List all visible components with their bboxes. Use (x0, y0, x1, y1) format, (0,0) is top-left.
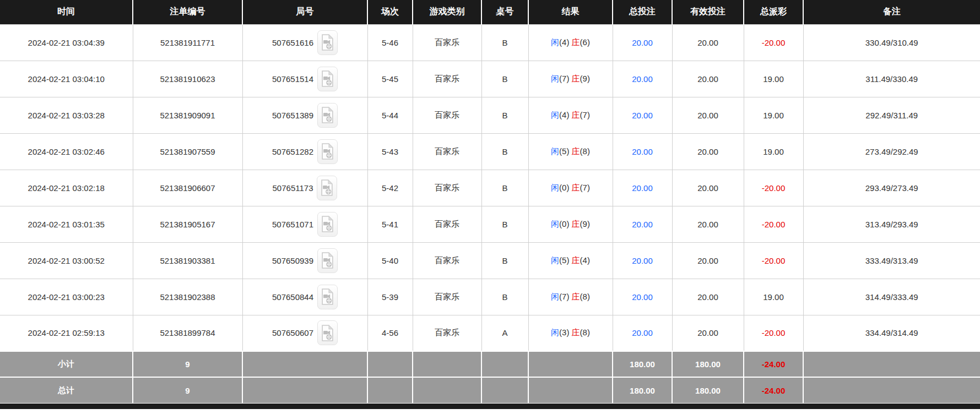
payout-cell: 19.00 (744, 61, 803, 97)
payout-cell: -20.00 (744, 170, 803, 206)
table-footer: 小计 9 180.00 180.00 -24.00 总计 9 180.00 18… (0, 351, 980, 403)
table-row: 2024-02-21 03:04:39 521381911771 5076516… (0, 24, 980, 61)
total-bet-cell: 20.00 (613, 315, 672, 351)
banker-result-label: 庄 (572, 219, 580, 228)
time-cell: 2024-02-21 03:04:10 (0, 61, 133, 97)
player-result-label: 闲 (551, 255, 559, 265)
player-result-label: 闲 (551, 219, 559, 228)
player-result-label: 闲 (551, 183, 559, 192)
table-row: 2024-02-21 03:03:28 521381909091 5076513… (0, 97, 980, 133)
total-bet-cell: 20.00 (613, 279, 672, 315)
video-file-icon (321, 34, 334, 51)
remark-cell: 333.49/313.49 (803, 242, 980, 279)
video-replay-button[interactable] (317, 103, 338, 128)
round-no-cell: 507651282 (242, 133, 367, 170)
banker-result-label: 庄 (572, 74, 580, 83)
player-result-label: 闲 (551, 146, 559, 156)
remark-cell: 313.49/293.49 (803, 206, 980, 242)
round-no-cell: 507650607 (242, 315, 367, 351)
total-bet-cell: 20.00 (613, 170, 672, 206)
session-cell: 5-45 (367, 61, 413, 97)
round-no-cell: 507651389 (242, 97, 367, 133)
player-result-label: 闲 (551, 328, 559, 337)
video-replay-button[interactable] (317, 30, 338, 55)
session-cell: 5-44 (367, 97, 413, 133)
round-no-value: 507651282 (272, 147, 313, 156)
bet-no-cell: 521381899784 (133, 315, 242, 351)
round-no-value: 507651389 (272, 111, 313, 120)
remark-cell: 311.49/330.49 (803, 61, 980, 97)
bet-no-cell: 521381906607 (133, 170, 242, 206)
result-cell: 闲(0) 庄(9) (528, 206, 613, 242)
video-file-icon (321, 70, 334, 88)
player-result-label: 闲 (551, 292, 559, 301)
table-no-cell: B (481, 242, 528, 279)
player-result-score: (0) (559, 183, 569, 192)
total-bet-cell: 20.00 (613, 242, 672, 279)
banker-result-score: (7) (580, 183, 590, 192)
game-type-cell: 百家乐 (413, 242, 481, 279)
col-header-result: 结果 (528, 0, 613, 24)
video-replay-button[interactable] (317, 212, 338, 237)
video-replay-button[interactable] (317, 176, 337, 200)
total-label: 总计 (0, 377, 133, 403)
payout-cell: 19.00 (744, 279, 803, 315)
total-valid-bet: 180.00 (672, 377, 744, 403)
table-row: 2024-02-21 03:02:46 521381907559 5076512… (0, 133, 980, 170)
subtotal-row: 小计 9 180.00 180.00 -24.00 (0, 351, 980, 377)
banker-result-score: (4) (580, 255, 590, 265)
video-file-icon (321, 106, 334, 124)
player-result-score: (4) (559, 37, 569, 47)
payout-cell: -20.00 (744, 206, 803, 242)
round-no-value: 507651071 (272, 220, 313, 229)
total-bet-cell: 20.00 (613, 133, 672, 170)
video-file-icon (320, 179, 334, 197)
remark-cell: 314.49/333.49 (803, 279, 980, 315)
session-cell: 5-41 (367, 206, 413, 242)
time-cell: 2024-02-21 03:01:35 (0, 206, 133, 242)
video-file-icon (321, 252, 334, 269)
video-replay-button[interactable] (317, 248, 338, 273)
player-result-score: (0) (559, 219, 569, 228)
round-no-value: 507650607 (272, 328, 313, 337)
session-cell: 5-46 (367, 24, 413, 61)
video-replay-button[interactable] (317, 285, 338, 309)
game-type-cell: 百家乐 (413, 61, 481, 97)
total-row: 总计 9 180.00 180.00 -24.00 (0, 377, 980, 403)
payout-cell: -20.00 (744, 315, 803, 351)
video-file-icon (321, 288, 334, 306)
banker-result-score: (8) (580, 146, 590, 156)
video-replay-button[interactable] (317, 67, 338, 91)
banker-result-label: 庄 (572, 146, 580, 156)
col-header-table-no: 桌号 (481, 0, 528, 24)
video-replay-button[interactable] (317, 320, 338, 345)
banker-result-label: 庄 (572, 255, 580, 265)
time-cell: 2024-02-21 03:04:39 (0, 24, 133, 61)
total-bet-cell: 20.00 (613, 206, 672, 242)
total-payout: -24.00 (744, 377, 803, 403)
round-no-value: 507651173 (273, 183, 313, 193)
result-cell: 闲(0) 庄(7) (528, 170, 613, 206)
table-no-cell: B (481, 206, 528, 242)
round-no-cell: 507651173 (242, 170, 367, 206)
payout-cell: -20.00 (744, 242, 803, 279)
payout-cell: -20.00 (744, 24, 803, 61)
payout-cell: 19.00 (744, 97, 803, 133)
game-type-cell: 百家乐 (413, 279, 481, 315)
remark-cell: 273.49/292.49 (803, 133, 980, 170)
col-header-payout: 总派彩 (744, 0, 803, 24)
banker-result-score: (7) (580, 110, 590, 119)
valid-bet-cell: 20.00 (672, 315, 744, 351)
time-cell: 2024-02-21 03:00:52 (0, 242, 133, 279)
round-no-cell: 507650939 (242, 242, 367, 279)
subtotal-valid-bet: 180.00 (672, 351, 744, 377)
bet-records-table: 时间 注单编号 局号 场次 游戏类别 桌号 结果 总投注 有效投注 总派彩 备注… (0, 0, 980, 403)
total-bet-cell: 20.00 (613, 61, 672, 97)
col-header-remark: 备注 (803, 0, 980, 24)
video-replay-button[interactable] (317, 139, 338, 164)
round-no-value: 507650844 (272, 292, 313, 302)
col-header-session: 场次 (367, 0, 413, 24)
col-header-time: 时间 (0, 0, 133, 24)
remark-cell: 330.49/310.49 (803, 24, 980, 61)
bet-no-cell: 521381909091 (133, 97, 242, 133)
